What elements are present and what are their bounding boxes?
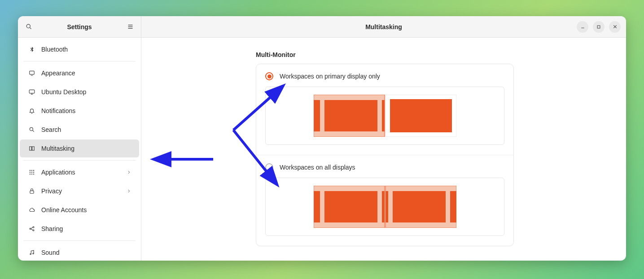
svg-line-11 [33,131,34,132]
sidebar-item-label: Sound [41,249,59,256]
sidebar-item-appearance[interactable]: Appearance [20,64,139,82]
sidebar-item-label: Online Accounts [41,206,87,214]
multi-monitor-card: Workspaces on primary display only [256,64,514,246]
svg-point-14 [30,170,31,171]
lock-icon [28,187,36,195]
minimize-icon [580,24,585,29]
main-header: Multitasking [141,16,626,38]
window-controls [577,21,621,33]
sidebar-separator [23,240,136,241]
svg-rect-47 [393,191,446,222]
svg-point-0 [26,24,30,28]
maximize-button[interactable] [593,21,605,33]
svg-point-22 [33,174,34,174]
svg-point-19 [33,172,34,173]
svg-rect-5 [30,71,35,74]
svg-rect-12 [30,147,32,150]
share-icon [28,225,36,233]
svg-rect-23 [30,191,34,193]
sidebar-item-online-accounts[interactable]: Online Accounts [20,201,139,219]
option-all-displays[interactable]: Workspaces on all displays [256,155,513,246]
svg-rect-42 [314,191,320,222]
chevron-right-icon [127,170,131,174]
search-icon [26,23,32,30]
appearance-icon [28,69,36,77]
sidebar-item-sharing[interactable]: Sharing [20,220,139,238]
sidebar-item-label: Notifications [41,107,75,114]
sidebar-title: Settings [34,23,125,31]
sidebar-item-privacy[interactable]: Privacy [20,182,139,200]
hamburger-button[interactable] [125,22,136,32]
sidebar-item-sound[interactable]: Sound [20,244,139,261]
option-header: Workspaces on all displays [265,163,504,171]
sidebar-header: Settings [18,16,141,38]
svg-point-15 [31,170,32,171]
apps-icon [28,168,36,176]
svg-point-29 [30,253,31,254]
sidebar-item-notifications[interactable]: Notifications [20,102,139,120]
radio-all-displays[interactable] [265,163,273,171]
sidebar-item-label: Privacy [41,187,62,195]
sidebar-item-multitasking[interactable]: Multitasking [20,140,139,157]
sidebar-item-search[interactable]: Search [20,121,139,139]
search-button[interactable] [23,22,34,32]
svg-rect-46 [386,191,388,222]
sidebar-separator [23,160,136,161]
svg-point-20 [30,174,31,174]
workspace-illustration-icon [314,95,456,137]
sidebar-item-label: Search [41,126,61,133]
main-content: Multi-Monitor Workspaces on primary disp… [141,38,626,261]
workspace-illustration-icon [314,186,456,228]
svg-line-1 [30,27,31,29]
chevron-right-icon [127,189,131,193]
sidebar-separator [23,61,136,61]
svg-point-10 [30,127,33,131]
radio-primary-only[interactable] [265,72,273,80]
sidebar-item-ubuntu-desktop[interactable]: Ubuntu Desktop [20,83,139,101]
main-area: Multitasking Multi-Monitor [141,16,626,261]
option-label: Workspaces on primary display only [280,73,380,80]
page-title: Multitasking [365,23,402,31]
desktop-icon [28,88,36,96]
sidebar-item-applications[interactable]: Applications [20,163,139,181]
svg-line-27 [31,227,33,228]
sidebar-item-label: Bluetooth [41,46,68,53]
sidebar-item-label: Multitasking [41,145,74,152]
hamburger-icon [127,23,134,30]
svg-point-21 [31,174,32,174]
sidebar-item-bluetooth[interactable]: Bluetooth [20,40,139,58]
svg-rect-44 [382,191,385,222]
svg-rect-40 [390,99,452,132]
svg-point-16 [33,170,34,171]
sidebar-item-label: Sharing [41,225,63,232]
svg-point-17 [30,172,31,173]
section-title: Multi-Monitor [256,51,608,58]
sound-icon [28,248,36,257]
option-primary-only[interactable]: Workspaces on primary display only [256,64,513,155]
svg-rect-38 [382,100,385,131]
option-header: Workspaces on primary display only [265,72,504,80]
svg-rect-37 [324,100,377,131]
maximize-icon [596,25,601,29]
illustration-primary-only [265,87,504,145]
bluetooth-icon [28,45,36,53]
illustration-all-displays [265,178,504,236]
close-icon [613,24,618,29]
sidebar-item-label: Appearance [41,70,75,77]
svg-rect-13 [32,147,35,150]
svg-point-18 [31,172,32,173]
svg-rect-7 [29,90,35,93]
svg-rect-48 [450,191,456,222]
search-icon [28,126,36,134]
close-button[interactable] [609,21,621,33]
sidebar-item-label: Applications [41,169,75,176]
settings-window: Settings BluetoothAppearanceUbuntu Deskt… [18,16,626,261]
cloud-icon [28,206,36,214]
sidebar-list: BluetoothAppearanceUbuntu DesktopNotific… [18,38,141,261]
multitask-icon [28,144,36,153]
svg-point-30 [33,253,34,254]
option-label: Workspaces on all displays [280,164,355,171]
minimize-button[interactable] [577,21,588,33]
bell-icon [28,107,36,115]
sidebar-item-label: Ubuntu Desktop [41,88,86,96]
